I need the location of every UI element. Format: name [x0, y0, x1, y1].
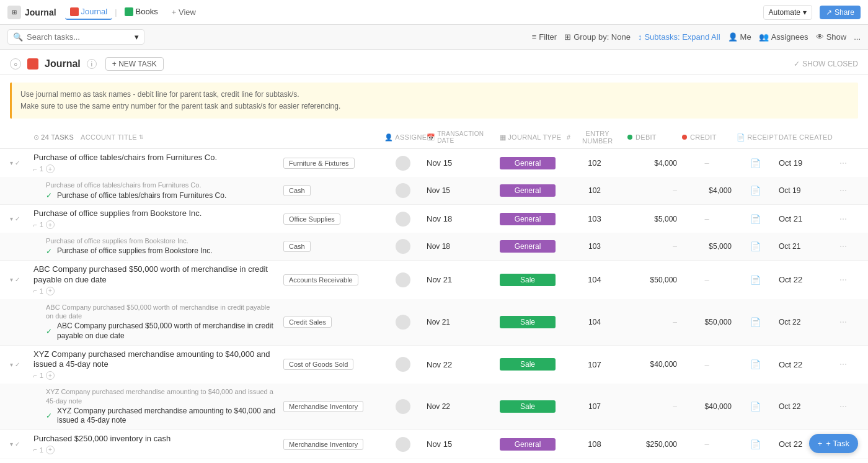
- sub-journal-type-cell: Sale: [500, 400, 562, 413]
- view-button[interactable]: + View: [167, 5, 201, 19]
- table-row[interactable]: Purchased $250,000 inventory in cash ✓ P…: [0, 458, 868, 459]
- table-row[interactable]: Purchase of office tables/chairs from Fu…: [0, 177, 868, 204]
- task-name-text: XYZ Company purchased merchandise amount…: [33, 349, 278, 371]
- receipt-cell: 📄: [737, 275, 774, 285]
- sort-task-icon: ⇅: [139, 134, 144, 140]
- account-cell: Furniture & Fixtures: [283, 158, 379, 169]
- sub-assignee-cell[interactable]: [384, 239, 422, 254]
- expand-toggle[interactable]: ▾ ✓: [10, 441, 29, 447]
- expand-toggle[interactable]: ▾ ✓: [10, 215, 29, 222]
- date-created-col-header[interactable]: DATE CREATED: [779, 133, 835, 141]
- task-name-cell: XYZ Company purchased merchandise amount…: [33, 349, 278, 380]
- debit-col-header[interactable]: DEBIT: [627, 133, 677, 141]
- table-row[interactable]: ▾ ✓ Purchased $250,000 inventory in cash…: [0, 430, 868, 458]
- expand-toggle[interactable]: ▾ ✓: [10, 361, 29, 368]
- assignee-cell[interactable]: [384, 437, 422, 452]
- group-by-button[interactable]: ⊞ Group by: None: [564, 32, 631, 42]
- account-cell: Accounts Receivable: [283, 274, 379, 285]
- date-cell: Nov 21: [427, 275, 495, 284]
- collapse-row-icon[interactable]: ▾ ✓: [10, 441, 29, 447]
- sub-journal-type-cell: General: [500, 240, 562, 253]
- new-task-button[interactable]: + NEW TASK: [105, 57, 164, 71]
- me-button[interactable]: 👤 Me: [728, 32, 751, 42]
- journal-type-col-header[interactable]: ▦ JOURNAL TYPE: [500, 133, 562, 142]
- credit-col-header[interactable]: CREDIT: [682, 133, 732, 141]
- sub-assignee-cell[interactable]: [384, 315, 422, 330]
- add-subtask-button[interactable]: +: [46, 287, 55, 295]
- show-button[interactable]: 👁 Show: [816, 32, 847, 42]
- subtasks-button[interactable]: ↕ Subtasks: Expand All: [638, 32, 720, 42]
- collapse-button[interactable]: ○: [10, 58, 21, 70]
- sub-debit-cell: –: [627, 402, 677, 411]
- row-actions[interactable]: ⋯: [839, 159, 858, 168]
- credit-cell: –: [682, 439, 732, 449]
- table-row[interactable]: ▾ ✓ ABC Company purchased $50,000 worth …: [0, 261, 868, 299]
- table-row[interactable]: ▾ ✓ Purchase of office supplies from Boo…: [0, 205, 868, 233]
- sub-credit-cell: $50,000: [682, 318, 732, 326]
- sub-row-actions[interactable]: ⋯: [839, 402, 858, 411]
- info-icon[interactable]: i: [87, 59, 97, 69]
- task-group: ▾ ✓ ABC Company purchased $50,000 worth …: [0, 261, 868, 346]
- date-icon: 📅: [427, 133, 435, 142]
- assignees-label: Assignees: [771, 32, 808, 42]
- expand-toggle[interactable]: ▾ ✓: [10, 160, 29, 166]
- table-row[interactable]: ▾ ✓ XYZ Company purchased merchandise am…: [0, 346, 868, 384]
- collapse-row-icon[interactable]: ▾ ✓: [10, 361, 29, 368]
- app-icon[interactable]: ⊞: [7, 6, 21, 19]
- share-button[interactable]: ↗ Share: [820, 6, 861, 19]
- collapse-row-icon[interactable]: ▾ ✓: [10, 160, 29, 166]
- more-button[interactable]: ...: [854, 32, 861, 42]
- assignee-cell[interactable]: [384, 357, 422, 372]
- add-subtask-button[interactable]: +: [46, 164, 55, 173]
- automate-button[interactable]: Automate ▾: [763, 5, 812, 20]
- receipt-col-header[interactable]: 📄 RECEIPT: [737, 133, 774, 142]
- sub-assignee-cell[interactable]: [384, 183, 422, 198]
- row-actions[interactable]: ⋯: [839, 215, 858, 223]
- assignees-button[interactable]: 👥 Assignees: [759, 32, 808, 42]
- assignee-cell[interactable]: [384, 156, 422, 171]
- sub-account-cell: Cash: [283, 185, 379, 196]
- tab-books[interactable]: Books: [120, 4, 163, 20]
- sub-date-cell: Nov 15: [427, 186, 495, 195]
- journal-type-badge: General: [500, 213, 556, 225]
- table-row[interactable]: XYZ Company purchased merchandise amount…: [0, 384, 868, 429]
- add-subtask-button[interactable]: +: [46, 220, 55, 229]
- search-box[interactable]: 🔍 ▾: [7, 29, 144, 45]
- sub-row-actions[interactable]: ⋯: [839, 186, 858, 195]
- task-col-header[interactable]: ⊙ 24 TASKS ACCOUNT TITLE ⇅: [33, 133, 278, 142]
- credit-cell: –: [682, 275, 732, 284]
- add-subtask-button[interactable]: +: [46, 371, 55, 380]
- table-row[interactable]: Purchase of office supplies from Booksto…: [0, 233, 868, 260]
- filter-button[interactable]: ≡ Filter: [532, 32, 557, 42]
- assignee-cell[interactable]: [384, 212, 422, 227]
- table-row[interactable]: ▾ ✓ Purchase of office tables/chairs fro…: [0, 149, 868, 177]
- sub-assignee-cell[interactable]: [384, 399, 422, 414]
- sub-date-cell: Nov 21: [427, 318, 495, 326]
- task-subtask-icon: ⌐: [33, 166, 37, 173]
- sub-avatar: [396, 239, 410, 254]
- row-actions[interactable]: ⋯: [839, 360, 858, 369]
- sub-debit-cell: –: [627, 318, 677, 326]
- collapse-row-icon[interactable]: ▾ ✓: [10, 276, 29, 283]
- add-subtask-button[interactable]: +: [46, 446, 55, 454]
- entry-col-header[interactable]: # ENTRY NUMBER: [567, 130, 622, 145]
- entry-cell: 103: [567, 214, 622, 223]
- top-bar-left: ⊞ Journal Journal | Books + View: [7, 4, 758, 20]
- task-fab-button[interactable]: + + Task: [809, 434, 858, 453]
- sub-row-actions[interactable]: ⋯: [839, 242, 858, 251]
- search-input[interactable]: [27, 32, 131, 42]
- sub-row-actions[interactable]: ⋯: [839, 318, 858, 326]
- account-badge: Merchandise Inventory: [283, 439, 363, 450]
- search-dropdown-icon[interactable]: ▾: [135, 32, 139, 42]
- account-badge: Office Supplies: [283, 214, 340, 225]
- show-closed-button[interactable]: ✓ SHOW CLOSED: [794, 60, 858, 68]
- row-actions[interactable]: ⋯: [839, 276, 858, 284]
- assignee-col-header[interactable]: 👤 ASSIGNEE: [384, 133, 422, 142]
- collapse-row-icon[interactable]: ▾ ✓: [10, 215, 29, 222]
- date-col-header[interactable]: 📅 TRANSACTION DATE: [427, 130, 495, 144]
- assignee-cell[interactable]: [384, 272, 422, 287]
- expand-toggle[interactable]: ▾ ✓: [10, 276, 29, 283]
- sub-debit-cell: –: [627, 242, 677, 251]
- table-row[interactable]: ABC Company purchased $50,000 worth of m…: [0, 299, 868, 345]
- tab-journal[interactable]: Journal: [65, 4, 113, 20]
